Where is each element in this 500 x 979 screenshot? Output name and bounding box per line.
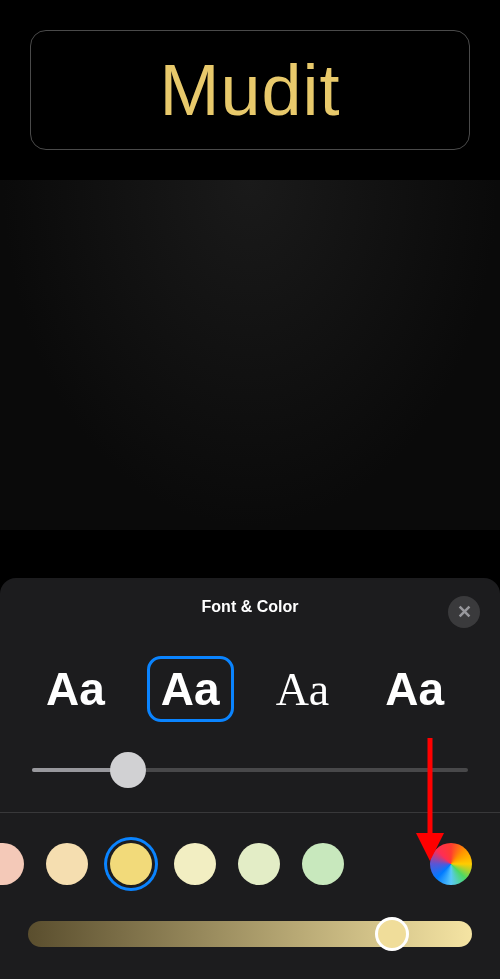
sheet-header: Font & Color ✕ [0, 598, 500, 636]
font-option-4[interactable]: Aa [371, 656, 458, 722]
font-option-3[interactable]: Aa [262, 657, 344, 722]
brightness-slider-thumb[interactable] [375, 917, 409, 951]
color-brightness-slider[interactable] [28, 919, 472, 949]
color-picker-button[interactable] [430, 843, 472, 885]
size-slider-thumb[interactable] [110, 752, 146, 788]
color-swatch-3[interactable] [110, 843, 152, 885]
color-swatch-6[interactable] [302, 843, 344, 885]
color-swatch-5[interactable] [238, 843, 280, 885]
font-size-slider[interactable] [32, 752, 468, 788]
close-button[interactable]: ✕ [448, 596, 480, 628]
color-section [0, 813, 500, 979]
font-option-2[interactable]: Aa [147, 656, 234, 722]
font-option-1[interactable]: Aa [32, 656, 119, 722]
close-icon: ✕ [457, 603, 472, 621]
font-color-sheet: Font & Color ✕ Aa Aa Aa Aa [0, 578, 500, 979]
name-text: Mudit [51, 49, 449, 131]
font-section: Aa Aa Aa Aa [0, 636, 500, 812]
font-row: Aa Aa Aa Aa [32, 656, 468, 722]
sheet-title: Font & Color [202, 598, 299, 616]
color-swatch-row [28, 843, 472, 885]
name-preview-box[interactable]: Mudit [30, 30, 470, 150]
color-swatch-1[interactable] [0, 843, 24, 885]
color-swatch-2[interactable] [46, 843, 88, 885]
color-swatch-4[interactable] [174, 843, 216, 885]
preview-area: Mudit [0, 0, 500, 150]
background-texture [0, 180, 500, 530]
